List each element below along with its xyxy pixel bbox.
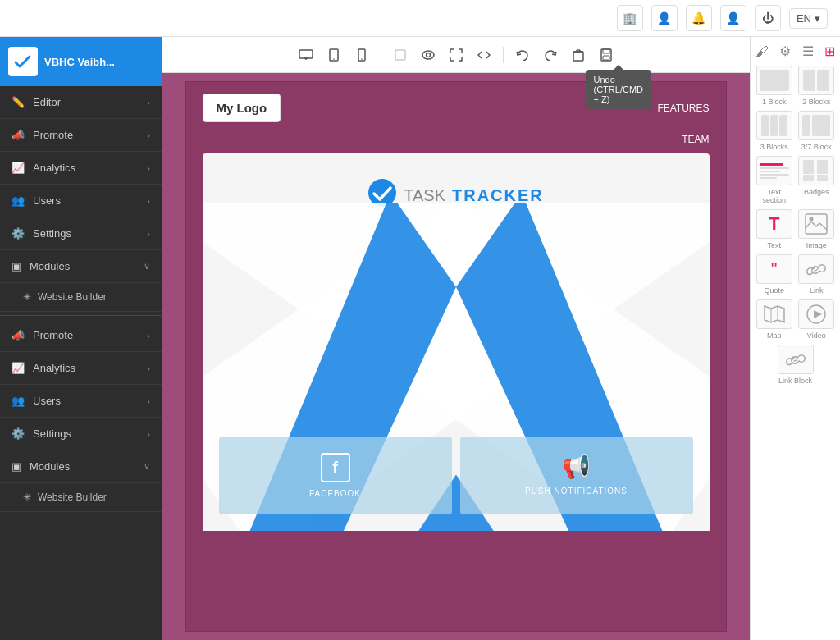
right-panel: 🖌 ⚙ ☰ ⊞ 1 Block 2 Blocks — [750, 37, 840, 640]
grid-icon[interactable]: ⊞ — [824, 43, 835, 59]
sidebar-item-settings[interactable]: ⚙️ Settings › — [0, 217, 162, 250]
canvas-area: Undo (CTRL/CMD + Z) My Logo FEATURES TEA… — [162, 37, 750, 640]
block-text-section[interactable]: Text section — [756, 156, 793, 204]
top-bar: 🏢 👤 🔔 👤 ⏻ EN ▾ — [0, 0, 840, 37]
block-3[interactable]: 3 Blocks — [756, 111, 793, 151]
link-icon — [806, 261, 826, 277]
svg-point-4 — [333, 58, 335, 60]
mobile-icon[interactable] — [350, 43, 373, 66]
modules2-icon: ▣ — [11, 460, 21, 473]
sidebar-item-analytics-2[interactable]: 📈 Analytics › — [0, 352, 162, 385]
main-layout: VBHC Vaibh... ✏️ Editor › 📣 Promote › 📈 … — [0, 37, 840, 640]
users-icon: 👥 — [11, 194, 25, 207]
panel-toolbar: 🖌 ⚙ ☰ ⊞ — [756, 43, 835, 59]
menu-icon[interactable]: ☰ — [802, 43, 814, 59]
building-icon[interactable]: 🏢 — [617, 5, 643, 31]
sidebar-item-analytics[interactable]: 📈 Analytics › — [0, 152, 162, 185]
fullscreen-icon[interactable] — [445, 43, 468, 66]
block-quote[interactable]: " Quote — [756, 254, 793, 295]
tablet-icon[interactable] — [322, 43, 345, 66]
undo-icon[interactable] — [511, 43, 534, 66]
svg-point-6 — [361, 58, 363, 60]
gear-icon[interactable]: ⚙ — [779, 43, 791, 59]
promote-icon: 📣 — [11, 129, 25, 141]
user-icon[interactable]: 👤 — [651, 5, 678, 31]
sidebar-item-users-2[interactable]: 👥 Users › — [0, 385, 162, 418]
block-video[interactable]: Video — [798, 299, 836, 340]
svg-rect-10 — [573, 52, 583, 61]
analytics-icon: 📈 — [11, 162, 25, 174]
block-1[interactable]: 1 Block — [756, 66, 793, 106]
trash-icon[interactable] — [567, 43, 590, 66]
sidebar-logo — [8, 47, 38, 76]
chevron-down-icon: ∨ — [144, 261, 150, 272]
users2-icon: 👥 — [11, 395, 25, 407]
language-selector[interactable]: EN ▾ — [789, 8, 828, 29]
svg-point-8 — [422, 51, 434, 59]
nav-features: FEATURES — [657, 103, 709, 114]
facebook-card[interactable]: f FACEBOOK — [219, 437, 452, 514]
facebook-label: FACEBOOK — [309, 489, 361, 498]
sidebar-item-settings-2[interactable]: ⚙️ Settings › — [0, 418, 162, 450]
website-builder2-icon: ✳ — [23, 491, 31, 503]
sidebar-item-promote-2[interactable]: 📣 Promote › — [0, 319, 162, 352]
code-icon[interactable] — [472, 43, 495, 66]
link-block-icon — [786, 351, 806, 368]
sidebar-item-modules-2[interactable]: ▣ Modules ∨ — [0, 450, 162, 483]
eye-icon[interactable] — [417, 43, 440, 66]
svg-rect-0 — [299, 50, 313, 58]
promote2-icon: 📣 — [11, 329, 25, 341]
power-icon[interactable]: ⏻ — [755, 5, 781, 31]
chevron-right-icon: › — [147, 429, 150, 439]
sidebar-item-promote[interactable]: 📣 Promote › — [0, 119, 162, 152]
block-2[interactable]: 2 Blocks — [798, 66, 836, 106]
sidebar-brand[interactable]: VBHC Vaibh... — [0, 37, 162, 86]
svg-point-9 — [426, 53, 430, 57]
sidebar-item-website-builder[interactable]: ✳ Website Builder — [0, 283, 162, 312]
chevron-right-icon: › — [147, 331, 150, 341]
save-icon[interactable] — [595, 43, 618, 66]
svg-rect-17 — [603, 56, 609, 60]
sidebar-item-website-builder-2[interactable]: ✳ Website Builder — [0, 483, 162, 512]
sidebar-divider-1 — [0, 315, 162, 316]
block-link[interactable]: Link — [798, 254, 836, 295]
chevron-right-icon: › — [147, 363, 150, 373]
chevron-right-icon: › — [147, 130, 150, 140]
chevron-right-icon: › — [147, 196, 150, 206]
block-37[interactable]: 3/7 Block — [798, 111, 836, 151]
sidebar: VBHC Vaibh... ✏️ Editor › 📣 Promote › 📈 … — [0, 37, 162, 640]
chevron-down-icon: ▾ — [815, 12, 820, 25]
video-icon — [806, 304, 827, 324]
block-image[interactable]: Image — [798, 209, 836, 249]
block-map[interactable]: Map — [756, 299, 793, 340]
settings-icon: ⚙️ — [11, 227, 25, 240]
push-notifications-card[interactable]: 📢 PUSH NOTIFICATIONS — [460, 437, 693, 514]
sidebar-item-editor[interactable]: ✏️ Editor › — [0, 86, 162, 119]
block-link-block[interactable]: Link Block — [756, 345, 835, 385]
nav-links: FEATURES — [657, 103, 709, 114]
svg-marker-28 — [814, 310, 822, 318]
quote-icon: " — [771, 258, 778, 280]
facebook-icon: f — [321, 453, 350, 482]
person-icon[interactable]: 👤 — [720, 5, 746, 31]
sidebar-item-modules[interactable]: ▣ Modules ∨ — [0, 250, 162, 283]
bell-icon[interactable]: 🔔 — [686, 5, 712, 31]
sidebar-brand-name: VBHC Vaibh... — [44, 56, 115, 68]
block-grid: 1 Block 2 Blocks 3 Blocks — [756, 66, 835, 385]
logo: My Logo — [203, 94, 281, 122]
brush-icon[interactable]: 🖌 — [756, 44, 769, 59]
sidebar-item-users[interactable]: 👥 Users › — [0, 185, 162, 217]
chevron-right-icon: › — [147, 229, 150, 239]
redo-icon[interactable] — [539, 43, 562, 66]
page-preview: My Logo FEATURES TEAM TASK — [185, 81, 727, 632]
crop-icon[interactable] — [389, 43, 412, 66]
editor-icon: ✏️ — [11, 96, 25, 108]
block-text[interactable]: T Text — [756, 209, 793, 249]
block-badges[interactable]: Badges — [798, 156, 836, 204]
desktop-icon[interactable] — [294, 43, 317, 66]
chevron-right-icon: › — [147, 163, 150, 173]
undo-tooltip: Undo (CTRL/CMD + Z) — [586, 70, 652, 109]
svg-rect-7 — [395, 50, 405, 60]
nav-team: TEAM — [682, 134, 709, 145]
canvas-toolbar: Undo (CTRL/CMD + Z) — [162, 37, 750, 73]
